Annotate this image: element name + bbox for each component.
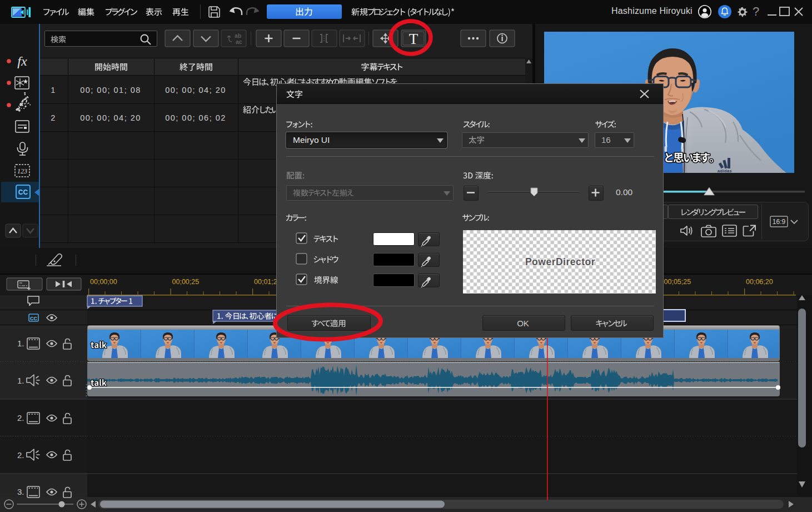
svg-text:OK: OK	[517, 319, 529, 328]
svg-text:16: 16	[601, 135, 611, 145]
svg-text:Meiryo UI: Meiryo UI	[293, 135, 330, 145]
svg-text:0.00: 0.00	[616, 187, 633, 197]
svg-text:PowerDirector: PowerDirector	[525, 256, 595, 267]
